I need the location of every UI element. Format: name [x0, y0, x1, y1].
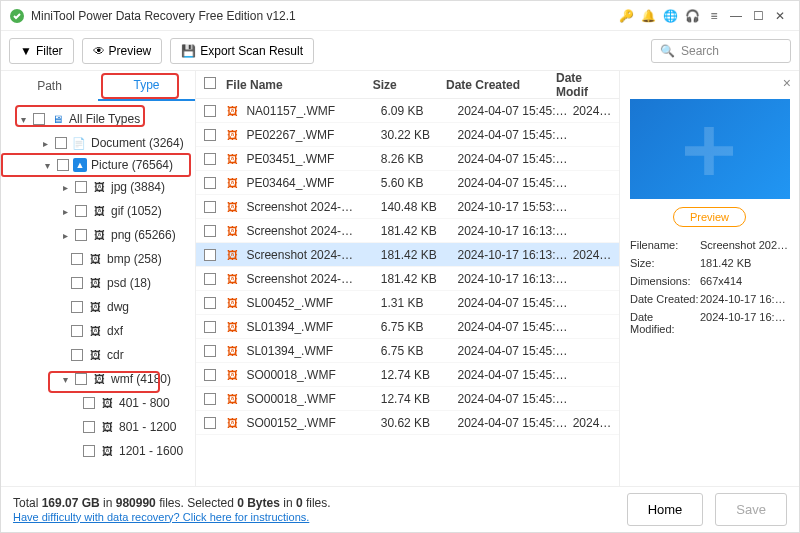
- help-link[interactable]: Have difficulty with data recovery? Clic…: [13, 511, 309, 523]
- tab-path[interactable]: Path: [1, 71, 98, 101]
- table-row[interactable]: 🖼SO00152_.WMF30.62 KB2024-04-07 15:45:…2…: [196, 411, 619, 435]
- tree-png[interactable]: ▸🖼png (65266): [1, 223, 195, 247]
- checkbox[interactable]: [204, 201, 216, 213]
- table-row[interactable]: 🖼PE03451_.WMF8.26 KB2024-04-07 15:45:…: [196, 147, 619, 171]
- checkbox[interactable]: [204, 417, 216, 429]
- chevron-down-icon[interactable]: ▾: [41, 160, 53, 171]
- bell-icon[interactable]: 🔔: [637, 5, 659, 27]
- table-row[interactable]: 🖼SL01394_.WMF6.75 KB2024-04-07 15:45:…: [196, 315, 619, 339]
- close-icon[interactable]: ✕: [769, 5, 791, 27]
- chevron-down-icon[interactable]: ▾: [17, 114, 29, 125]
- checkbox[interactable]: [75, 205, 87, 217]
- tree-dwg[interactable]: 🖼dwg: [1, 295, 195, 319]
- tree[interactable]: ▾🖥All File Types ▸📄Document (3264) ▾▲Pic…: [1, 101, 195, 486]
- checkbox[interactable]: [83, 397, 95, 409]
- checkbox[interactable]: [204, 177, 216, 189]
- checkbox[interactable]: [75, 373, 87, 385]
- header-size[interactable]: Size: [373, 78, 446, 92]
- checkbox[interactable]: [75, 229, 87, 241]
- checkbox[interactable]: [71, 253, 83, 265]
- status-text: files.: [303, 496, 331, 510]
- checkbox[interactable]: [204, 321, 216, 333]
- table-row[interactable]: 🖼Screenshot 2024-…181.42 KB2024-10-17 16…: [196, 219, 619, 243]
- tree-dxf[interactable]: 🖼dxf: [1, 319, 195, 343]
- chevron-right-icon[interactable]: ▸: [59, 206, 71, 217]
- checkbox[interactable]: [204, 393, 216, 405]
- table-row[interactable]: 🖼SO00018_.WMF12.74 KB2024-04-07 15:45:…: [196, 387, 619, 411]
- tree-psd[interactable]: 🖼psd (18): [1, 271, 195, 295]
- home-button[interactable]: Home: [627, 493, 704, 526]
- checkbox[interactable]: [83, 421, 95, 433]
- table-row[interactable]: 🖼SO00018_.WMF12.74 KB2024-04-07 15:45:…: [196, 363, 619, 387]
- chevron-right-icon[interactable]: ▸: [59, 230, 71, 241]
- tree-label: 801 - 1200: [119, 420, 176, 434]
- checkbox[interactable]: [71, 301, 83, 313]
- checkbox[interactable]: [204, 273, 216, 285]
- checkbox[interactable]: [204, 105, 216, 117]
- cell-size: 140.48 KB: [381, 200, 458, 214]
- list-body[interactable]: 🖼NA01157_.WMF6.09 KB2024-04-07 15:45:…20…: [196, 99, 619, 486]
- checkbox[interactable]: [204, 297, 216, 309]
- table-row[interactable]: 🖼PE02267_.WMF30.22 KB2024-04-07 15:45:…: [196, 123, 619, 147]
- table-row[interactable]: 🖼SL01394_.WMF6.75 KB2024-04-07 15:45:…: [196, 339, 619, 363]
- key-icon[interactable]: 🔑: [615, 5, 637, 27]
- tree-cdr[interactable]: 🖼cdr: [1, 343, 195, 367]
- export-label: Export Scan Result: [200, 44, 303, 58]
- tree-all-file-types[interactable]: ▾🖥All File Types: [1, 107, 195, 131]
- checkbox[interactable]: [57, 159, 69, 171]
- checkbox[interactable]: [83, 445, 95, 457]
- menu-icon[interactable]: ≡: [703, 5, 725, 27]
- globe-icon[interactable]: 🌐: [659, 5, 681, 27]
- tree-range-3[interactable]: 🖼1201 - 1600: [1, 439, 195, 463]
- cell-name: SO00152_.WMF: [246, 416, 380, 430]
- detail-dim-key: Dimensions:: [630, 275, 700, 287]
- table-row[interactable]: 🖼Screenshot 2024-…181.42 KB2024-10-17 16…: [196, 243, 619, 267]
- tab-type[interactable]: Type: [98, 71, 195, 101]
- preview-button[interactable]: 👁Preview: [82, 38, 163, 64]
- filter-button[interactable]: ▼Filter: [9, 38, 74, 64]
- tree-gif[interactable]: ▸🖼gif (1052): [1, 199, 195, 223]
- tree-jpg[interactable]: ▸🖼jpg (3884): [1, 175, 195, 199]
- tree-bmp[interactable]: 🖼bmp (258): [1, 247, 195, 271]
- checkbox[interactable]: [75, 181, 87, 193]
- checkbox[interactable]: [71, 277, 83, 289]
- checkbox[interactable]: [71, 325, 83, 337]
- tree-range-2[interactable]: 🖼801 - 1200: [1, 415, 195, 439]
- chevron-down-icon[interactable]: ▾: [59, 374, 71, 385]
- minimize-icon[interactable]: —: [725, 5, 747, 27]
- table-row[interactable]: 🖼PE03464_.WMF5.60 KB2024-04-07 15:45:…: [196, 171, 619, 195]
- save-button[interactable]: Save: [715, 493, 787, 526]
- checkbox[interactable]: [204, 369, 216, 381]
- export-button[interactable]: 💾Export Scan Result: [170, 38, 314, 64]
- cell-date: 2024-04-07 15:45:…: [457, 128, 572, 142]
- checkbox[interactable]: [204, 249, 216, 261]
- preview-open-button[interactable]: Preview: [673, 207, 746, 227]
- tree-picture[interactable]: ▾▲Picture (76564): [1, 153, 191, 177]
- header-date[interactable]: Date Created: [446, 78, 556, 92]
- file-type-icon: 🖼: [227, 417, 242, 429]
- header-name[interactable]: File Name: [226, 78, 373, 92]
- header-mod[interactable]: Date Modif: [556, 71, 611, 99]
- table-row[interactable]: 🖼Screenshot 2024-…140.48 KB2024-10-17 15…: [196, 195, 619, 219]
- tree-range-1[interactable]: 🖼401 - 800: [1, 391, 195, 415]
- table-row[interactable]: 🖼Screenshot 2024-…181.42 KB2024-10-17 16…: [196, 267, 619, 291]
- checkbox[interactable]: [55, 137, 67, 149]
- checkbox[interactable]: [204, 225, 216, 237]
- table-row[interactable]: 🖼NA01157_.WMF6.09 KB2024-04-07 15:45:…20…: [196, 99, 619, 123]
- checkbox[interactable]: [204, 345, 216, 357]
- table-row[interactable]: 🖼SL00452_.WMF1.31 KB2024-04-07 15:45:…: [196, 291, 619, 315]
- checkbox-all[interactable]: [204, 77, 216, 89]
- checkbox[interactable]: [71, 349, 83, 361]
- checkbox[interactable]: [204, 129, 216, 141]
- checkbox[interactable]: [33, 113, 45, 125]
- tree-document[interactable]: ▸📄Document (3264): [1, 131, 195, 155]
- search-input[interactable]: 🔍Search: [651, 39, 791, 63]
- tree-wmf[interactable]: ▾🖼wmf (4180): [1, 367, 195, 391]
- headset-icon[interactable]: 🎧: [681, 5, 703, 27]
- chevron-right-icon[interactable]: ▸: [39, 138, 51, 149]
- tree-label: cdr: [107, 348, 124, 362]
- close-preview-icon[interactable]: ×: [783, 75, 791, 91]
- checkbox[interactable]: [204, 153, 216, 165]
- chevron-right-icon[interactable]: ▸: [59, 182, 71, 193]
- maximize-icon[interactable]: ☐: [747, 5, 769, 27]
